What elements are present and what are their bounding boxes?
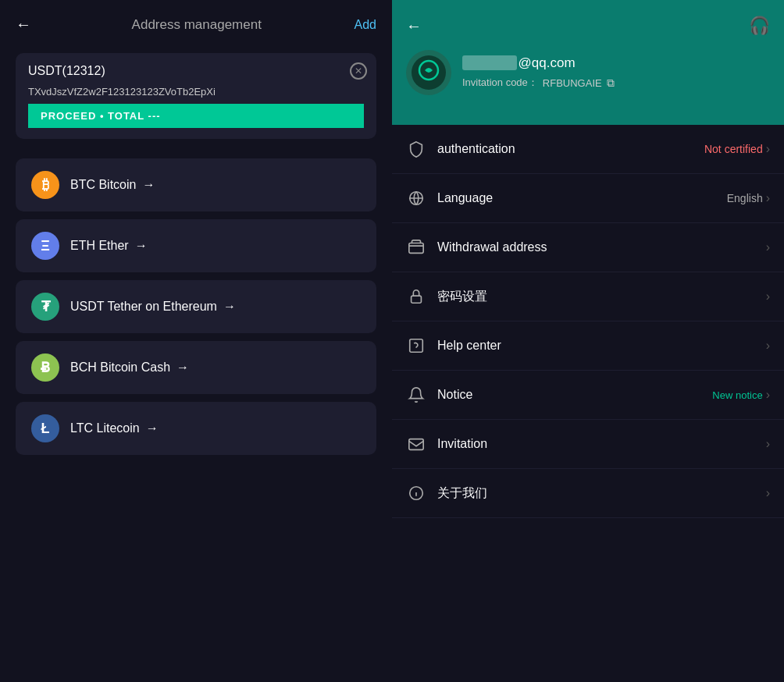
chevron-icon: › xyxy=(766,437,770,451)
right-panel: ← 🎧 ●●●●●●@qq.com I xyxy=(392,0,784,682)
about-label: 关于我们 xyxy=(437,485,755,502)
address-card-title: USDT(12312) xyxy=(28,64,364,78)
menu-item-invitation[interactable]: Invitation › xyxy=(392,420,784,469)
svg-rect-3 xyxy=(412,296,422,303)
password-right: › xyxy=(766,289,770,304)
globe-icon xyxy=(406,188,426,208)
right-header-top: ← 🎧 xyxy=(406,16,770,36)
chevron-icon: › xyxy=(766,388,770,402)
logo-icon xyxy=(418,59,440,86)
about-right: › xyxy=(766,486,770,500)
eth-icon: Ξ xyxy=(31,232,59,260)
bell-icon xyxy=(406,385,426,405)
help-label: Help center xyxy=(437,339,755,353)
new-notice-badge: New notice xyxy=(712,389,762,401)
invitation-label: Invitation xyxy=(437,437,755,451)
menu-item-authentication[interactable]: authentication Not certified › xyxy=(392,125,784,174)
left-title: Address management xyxy=(39,17,355,33)
close-icon[interactable]: ✕ xyxy=(350,62,367,80)
language-label: Language xyxy=(437,191,716,205)
crypto-item-eth[interactable]: Ξ ETH Ether → xyxy=(16,219,376,272)
authentication-label: authentication xyxy=(437,142,693,156)
add-button[interactable]: Add xyxy=(355,18,376,32)
crypto-list: ₿ BTC Bitcoin → Ξ ETH Ether → ₮ USDT Tet… xyxy=(16,158,376,455)
notice-label: Notice xyxy=(437,388,701,402)
profile-section: ●●●●●●@qq.com Invitation code： RFBUNGAIE… xyxy=(406,50,770,95)
password-label: 密码设置 xyxy=(437,289,755,305)
email-domain: @qq.com xyxy=(519,55,576,70)
invitation-right: › xyxy=(766,437,770,451)
crypto-item-usdt[interactable]: ₮ USDT Tether on Ethereum → xyxy=(16,280,376,333)
language-right: English › xyxy=(727,191,770,205)
menu-item-password[interactable]: 密码设置 › xyxy=(392,272,784,321)
usdt-label: USDT Tether on Ethereum → xyxy=(70,300,361,314)
authentication-right: Not certified › xyxy=(704,142,770,156)
info-icon xyxy=(406,483,426,503)
menu-item-help[interactable]: Help center › xyxy=(392,321,784,371)
svg-rect-2 xyxy=(409,243,423,254)
invitation-code: RFBUNGAIE xyxy=(543,77,602,89)
headset-icon[interactable]: 🎧 xyxy=(749,16,770,36)
withdrawal-label: Withdrawal address xyxy=(437,240,755,254)
menu-item-notice[interactable]: Notice New notice › xyxy=(392,371,784,420)
shield-icon xyxy=(406,139,426,159)
menu-list: authentication Not certified › Language … xyxy=(392,125,784,682)
chevron-icon: › xyxy=(766,240,770,254)
avatar-inner xyxy=(412,55,446,90)
chevron-icon: › xyxy=(766,339,770,353)
left-panel: ← Address management Add USDT(12312) TXv… xyxy=(0,0,392,682)
left-header: ← Address management Add xyxy=(0,0,392,45)
invitation-row: Invitation code： RFBUNGAIE ⧉ xyxy=(462,76,615,90)
wallet-icon xyxy=(406,237,426,258)
crypto-item-ltc[interactable]: Ł LTC Litecoin → xyxy=(16,402,376,455)
crypto-item-btc[interactable]: ₿ BTC Bitcoin → xyxy=(16,158,376,211)
chevron-icon: › xyxy=(766,486,770,500)
notice-right: New notice › xyxy=(712,388,770,402)
not-certified-badge: Not certified xyxy=(704,143,763,155)
copy-icon[interactable]: ⧉ xyxy=(607,76,615,90)
ltc-label: LTC Litecoin → xyxy=(70,421,361,435)
help-right: › xyxy=(766,339,770,353)
language-value: English xyxy=(727,192,763,204)
usdt-icon: ₮ xyxy=(31,293,59,321)
back-button-right[interactable]: ← xyxy=(406,17,422,35)
menu-item-withdrawal[interactable]: Withdrawal address › xyxy=(392,223,784,272)
help-icon xyxy=(406,336,426,356)
menu-item-language[interactable]: Language English › xyxy=(392,174,784,223)
avatar xyxy=(406,50,451,95)
address-card: USDT(12312) TXvdJszVfZ2w2F123123123ZVoTb… xyxy=(16,53,376,139)
lock-icon xyxy=(406,286,426,307)
svg-rect-5 xyxy=(409,439,423,450)
bch-icon: Ƀ xyxy=(31,353,59,382)
profile-info: ●●●●●●@qq.com Invitation code： RFBUNGAIE… xyxy=(462,55,615,90)
envelope-icon xyxy=(406,434,426,454)
proceed-bar: PROCEED • TOTAL --- xyxy=(28,104,364,128)
invitation-label: Invitation code： xyxy=(462,76,538,90)
back-button-left[interactable]: ← xyxy=(16,16,39,34)
chevron-icon: › xyxy=(766,289,770,304)
bch-label: BCH Bitcoin Cash → xyxy=(70,361,361,375)
address-text: TXvdJszVfZ2w2F123123123ZVoTb2EpXi xyxy=(28,86,364,98)
right-header: ← 🎧 ●●●●●●@qq.com I xyxy=(392,0,784,125)
withdrawal-right: › xyxy=(766,240,770,254)
btc-label: BTC Bitcoin → xyxy=(70,178,361,192)
crypto-item-bch[interactable]: Ƀ BCH Bitcoin Cash → xyxy=(16,341,376,394)
ltc-icon: Ł xyxy=(31,414,59,442)
btc-icon: ₿ xyxy=(31,171,59,199)
menu-item-about[interactable]: 关于我们 › xyxy=(392,469,784,518)
chevron-icon: › xyxy=(766,142,770,156)
eth-label: ETH Ether → xyxy=(70,239,361,253)
profile-email: ●●●●●●@qq.com xyxy=(462,55,615,71)
email-hidden: ●●●●●● xyxy=(462,55,517,70)
chevron-icon: › xyxy=(766,191,770,205)
